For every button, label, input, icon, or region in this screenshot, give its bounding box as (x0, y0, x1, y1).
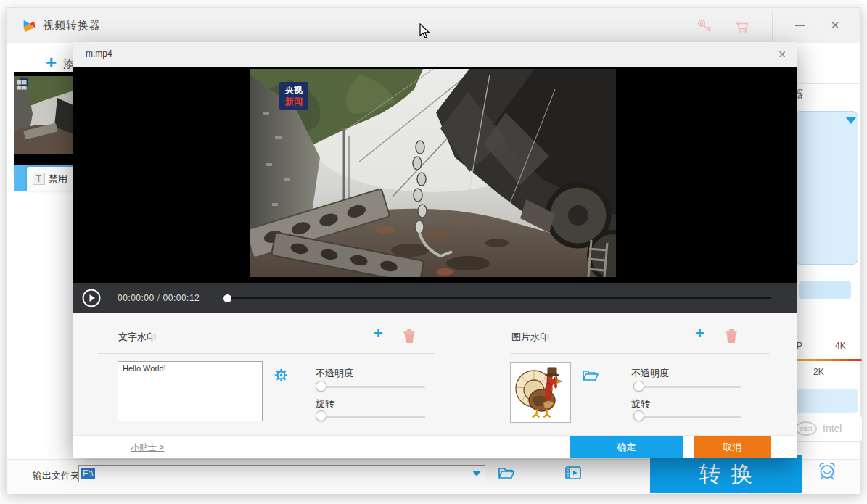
preview-clip-button[interactable] (563, 463, 583, 483)
output-folder-value: E:\ (81, 468, 95, 479)
tab-disable-watermark[interactable]: T 禁用 (27, 167, 78, 191)
text-section-divider (98, 353, 435, 354)
text-rotate-track[interactable] (316, 416, 425, 418)
text-rotate-thumb[interactable] (316, 410, 326, 421)
image-rotate-slider[interactable] (634, 410, 741, 422)
time-display: 00:00:00/00:00:12 (118, 293, 200, 303)
seek-thumb[interactable] (223, 294, 231, 302)
side-panel-strip (799, 281, 851, 299)
dialog-title: m.mp4 (86, 49, 112, 59)
image-opacity-thumb[interactable] (633, 381, 644, 392)
watermark-text-input[interactable]: Hello World! (118, 361, 263, 421)
text-settings-gear-icon[interactable] (274, 368, 288, 382)
watermark-dialog: m.mp4 ✕ (73, 42, 797, 458)
close-button[interactable]: ✕ (823, 15, 847, 36)
add-text-watermark-button[interactable]: + (374, 326, 383, 341)
output-folder-label: 输出文件夹: (33, 469, 83, 482)
cctv-news-watermark: 央视 新闻 (279, 82, 308, 110)
intel-badge: intel Intel (790, 416, 863, 442)
seek-slider[interactable] (225, 292, 771, 305)
image-section-divider (511, 353, 769, 354)
image-watermark-title: 图片水印 (511, 331, 549, 344)
text-t-icon: T (33, 173, 45, 185)
browse-image-folder-icon[interactable] (582, 368, 599, 382)
minimize-button[interactable] (788, 15, 813, 36)
format-dropdown-icon[interactable] (846, 117, 856, 124)
register-key-icon[interactable] (696, 17, 713, 35)
dialog-close-button[interactable]: ✕ (773, 46, 791, 63)
current-time: 00:00:00 (118, 293, 155, 303)
image-opacity-label: 不透明度 (631, 367, 669, 380)
image-opacity-track[interactable] (634, 386, 741, 388)
image-watermark-preview[interactable] (510, 362, 571, 423)
output-folder-select[interactable]: E:\ (78, 465, 485, 482)
image-opacity-slider[interactable] (634, 381, 741, 392)
badge-line2: 新闻 (285, 96, 303, 107)
schedule-alarm-button[interactable] (816, 460, 838, 482)
open-folder-button[interactable] (497, 463, 516, 482)
purchase-cart-icon[interactable] (734, 19, 751, 36)
turkey-image (514, 365, 567, 419)
player-bar: 00:00:00/00:00:12 (73, 283, 797, 313)
image-rotate-track[interactable] (634, 416, 741, 418)
duration: 00:00:12 (163, 293, 200, 303)
app-title: 视频转换器 (43, 19, 101, 33)
time-separator: / (157, 293, 160, 303)
resolution-tick-4k (842, 353, 842, 358)
app-titlebar: 视频转换器 ✕ (7, 8, 860, 43)
seek-track[interactable] (225, 297, 771, 299)
tab-disable-label: 禁用 (49, 173, 67, 186)
ok-button[interactable]: 确定 (570, 436, 683, 458)
side-panel-box (794, 389, 858, 413)
dialog-footer: 小贴士 > 确定 取消 (73, 435, 797, 458)
minimize-icon (795, 25, 805, 26)
intel-logo-icon: intel (795, 421, 817, 436)
screen: 视频转换器 ✕ + 添 (0, 0, 867, 504)
cancel-button[interactable]: 取消 (694, 436, 771, 458)
text-opacity-thumb[interactable] (316, 381, 326, 392)
play-button[interactable] (82, 289, 101, 307)
app-logo-icon (21, 18, 37, 34)
tips-link[interactable]: 小贴士 > (131, 442, 164, 454)
resolution-4k-label: 4K (835, 341, 846, 351)
combo-dropdown-icon[interactable] (472, 471, 481, 476)
text-opacity-track[interactable] (316, 386, 425, 388)
video-letterbox: 央视 新闻 (73, 67, 797, 283)
titlebar-separator (772, 11, 773, 40)
watermark-tabbar: T 禁用 (14, 165, 73, 191)
image-rotate-thumb[interactable] (633, 410, 644, 421)
text-opacity-slider[interactable] (316, 381, 425, 392)
text-opacity-label: 不透明度 (316, 367, 353, 380)
resolution-2k-label: 2K (813, 367, 824, 377)
grid-view-icon (17, 80, 27, 90)
image-rotate-label: 旋转 (631, 397, 650, 410)
badge-line1: 央视 (285, 84, 303, 96)
dialog-close-icon: ✕ (778, 49, 786, 60)
intel-label: Intel (823, 423, 842, 434)
video-preview[interactable]: 央视 新闻 (250, 69, 616, 277)
delete-text-watermark-button[interactable] (403, 329, 415, 343)
add-file-plus-icon[interactable]: + (46, 51, 57, 74)
add-image-watermark-button[interactable]: + (695, 326, 704, 341)
mouse-cursor (419, 23, 431, 39)
text-rotate-slider[interactable] (316, 410, 425, 422)
video-thumbnail[interactable] (14, 72, 73, 165)
delete-image-watermark-button[interactable] (726, 329, 737, 343)
close-icon: ✕ (831, 19, 840, 32)
text-watermark-title: 文字水印 (118, 331, 156, 344)
format-panel (794, 111, 858, 265)
convert-button[interactable]: 转换 (650, 455, 802, 493)
dialog-titlebar: m.mp4 ✕ (73, 42, 797, 67)
text-rotate-label: 旋转 (316, 397, 334, 410)
